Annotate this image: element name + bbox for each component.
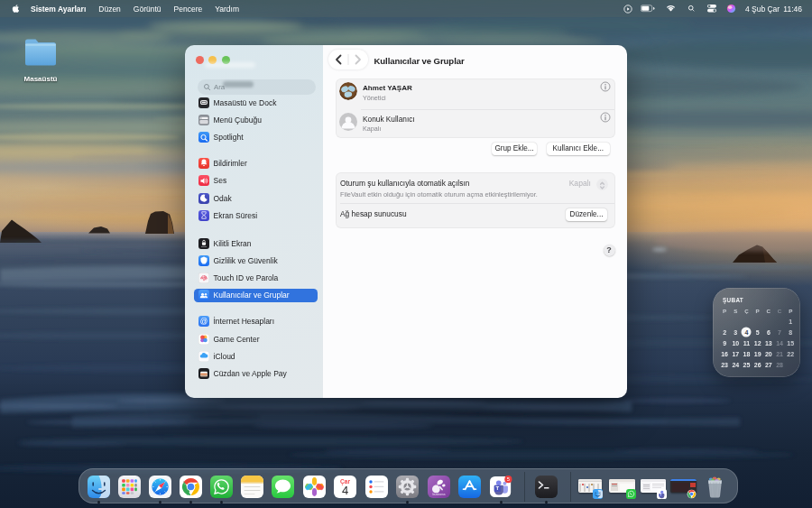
svg-text:5: 5 — [506, 476, 509, 482]
svg-text:T: T — [495, 485, 499, 491]
svg-text:T: T — [660, 494, 661, 497]
svg-text:@: @ — [199, 318, 207, 326]
svg-text:business: business — [432, 493, 445, 496]
